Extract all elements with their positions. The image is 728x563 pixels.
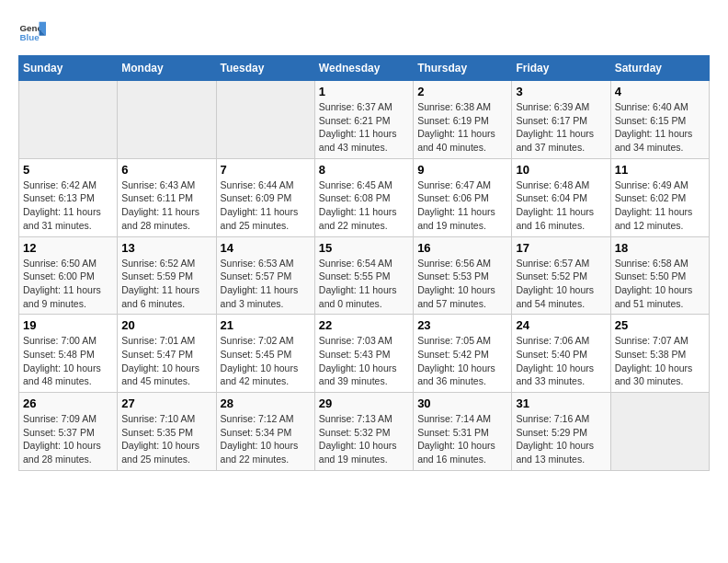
calendar-cell	[610, 393, 709, 471]
day-number: 10	[516, 163, 606, 177]
day-number: 24	[516, 318, 606, 332]
calendar-cell	[216, 81, 314, 159]
calendar-cell: 28Sunrise: 7:12 AM Sunset: 5:34 PM Dayli…	[216, 393, 314, 471]
calendar-cell: 17Sunrise: 6:57 AM Sunset: 5:52 PM Dayli…	[512, 236, 610, 315]
day-number: 12	[23, 241, 113, 255]
day-info: Sunrise: 7:14 AM Sunset: 5:31 PM Dayligh…	[417, 412, 507, 466]
calendar-cell: 26Sunrise: 7:09 AM Sunset: 5:37 PM Dayli…	[19, 393, 118, 471]
day-number: 23	[417, 318, 507, 332]
day-info: Sunrise: 6:49 AM Sunset: 6:02 PM Dayligh…	[615, 178, 705, 233]
calendar-cell: 30Sunrise: 7:14 AM Sunset: 5:31 PM Dayli…	[414, 393, 512, 471]
day-number: 18	[615, 241, 705, 255]
day-number: 15	[319, 241, 409, 255]
day-info: Sunrise: 7:13 AM Sunset: 5:32 PM Dayligh…	[319, 412, 409, 466]
svg-text:Blue: Blue	[20, 32, 40, 42]
day-number: 3	[516, 85, 606, 98]
calendar-cell	[19, 81, 118, 159]
day-info: Sunrise: 7:07 AM Sunset: 5:38 PM Dayligh…	[615, 334, 705, 388]
day-of-week-header: Monday	[118, 56, 216, 81]
calendar-week-row: 5Sunrise: 6:42 AM Sunset: 6:13 PM Daylig…	[19, 158, 710, 236]
day-number: 29	[319, 396, 409, 410]
day-info: Sunrise: 7:01 AM Sunset: 5:47 PM Dayligh…	[121, 334, 211, 388]
day-info: Sunrise: 6:50 AM Sunset: 6:00 PM Dayligh…	[23, 257, 113, 311]
calendar-cell: 3Sunrise: 6:39 AM Sunset: 6:17 PM Daylig…	[512, 81, 610, 159]
calendar-cell: 15Sunrise: 6:54 AM Sunset: 5:55 PM Dayli…	[314, 236, 413, 315]
day-number: 6	[121, 163, 211, 177]
calendar-cell: 4Sunrise: 6:40 AM Sunset: 6:15 PM Daylig…	[610, 81, 709, 159]
day-of-week-header: Tuesday	[216, 56, 314, 81]
day-info: Sunrise: 6:47 AM Sunset: 6:06 PM Dayligh…	[417, 178, 507, 233]
calendar-week-row: 19Sunrise: 7:00 AM Sunset: 5:48 PM Dayli…	[19, 315, 710, 393]
calendar-body: 1Sunrise: 6:37 AM Sunset: 6:21 PM Daylig…	[19, 81, 710, 471]
day-number: 31	[516, 396, 606, 410]
day-number: 30	[417, 396, 507, 410]
day-number: 20	[121, 318, 211, 332]
calendar-cell: 24Sunrise: 7:06 AM Sunset: 5:40 PM Dayli…	[512, 315, 610, 393]
day-info: Sunrise: 6:44 AM Sunset: 6:09 PM Dayligh…	[221, 178, 311, 233]
day-info: Sunrise: 6:45 AM Sunset: 6:08 PM Dayligh…	[319, 178, 409, 233]
day-info: Sunrise: 6:52 AM Sunset: 5:59 PM Dayligh…	[121, 257, 211, 311]
calendar-cell: 6Sunrise: 6:43 AM Sunset: 6:11 PM Daylig…	[118, 158, 216, 236]
day-info: Sunrise: 6:48 AM Sunset: 6:04 PM Dayligh…	[516, 178, 606, 233]
day-info: Sunrise: 6:38 AM Sunset: 6:19 PM Dayligh…	[417, 100, 507, 155]
day-number: 8	[319, 163, 409, 177]
calendar-cell: 21Sunrise: 7:02 AM Sunset: 5:45 PM Dayli…	[216, 315, 314, 393]
calendar-header: SundayMondayTuesdayWednesdayThursdayFrid…	[19, 56, 710, 81]
day-info: Sunrise: 6:57 AM Sunset: 5:52 PM Dayligh…	[516, 257, 606, 311]
day-number: 9	[417, 163, 507, 177]
header-row: SundayMondayTuesdayWednesdayThursdayFrid…	[19, 56, 710, 81]
calendar-cell: 22Sunrise: 7:03 AM Sunset: 5:43 PM Dayli…	[314, 315, 413, 393]
day-info: Sunrise: 7:12 AM Sunset: 5:34 PM Dayligh…	[221, 412, 311, 466]
calendar-cell: 5Sunrise: 6:42 AM Sunset: 6:13 PM Daylig…	[19, 158, 118, 236]
calendar-cell	[118, 81, 216, 159]
day-info: Sunrise: 6:54 AM Sunset: 5:55 PM Dayligh…	[319, 257, 409, 311]
day-number: 1	[319, 85, 409, 98]
day-info: Sunrise: 6:40 AM Sunset: 6:15 PM Dayligh…	[615, 100, 705, 155]
day-info: Sunrise: 6:56 AM Sunset: 5:53 PM Dayligh…	[417, 257, 507, 311]
day-info: Sunrise: 7:16 AM Sunset: 5:29 PM Dayligh…	[516, 412, 606, 466]
day-number: 2	[417, 85, 507, 98]
day-number: 28	[221, 396, 311, 410]
day-info: Sunrise: 7:03 AM Sunset: 5:43 PM Dayligh…	[319, 334, 409, 388]
day-number: 21	[221, 318, 311, 332]
day-info: Sunrise: 7:00 AM Sunset: 5:48 PM Dayligh…	[23, 334, 113, 388]
calendar-cell: 20Sunrise: 7:01 AM Sunset: 5:47 PM Dayli…	[118, 315, 216, 393]
day-info: Sunrise: 6:43 AM Sunset: 6:11 PM Dayligh…	[121, 178, 211, 233]
calendar-week-row: 26Sunrise: 7:09 AM Sunset: 5:37 PM Dayli…	[19, 393, 710, 471]
calendar-cell: 18Sunrise: 6:58 AM Sunset: 5:50 PM Dayli…	[610, 236, 709, 315]
day-of-week-header: Sunday	[19, 56, 118, 81]
day-number: 16	[417, 241, 507, 255]
day-number: 11	[615, 163, 705, 177]
day-number: 4	[615, 85, 705, 98]
day-of-week-header: Saturday	[610, 56, 709, 81]
calendar-cell: 27Sunrise: 7:10 AM Sunset: 5:35 PM Dayli…	[118, 393, 216, 471]
day-info: Sunrise: 7:02 AM Sunset: 5:45 PM Dayligh…	[221, 334, 311, 388]
calendar-cell: 1Sunrise: 6:37 AM Sunset: 6:21 PM Daylig…	[314, 81, 413, 159]
day-info: Sunrise: 6:37 AM Sunset: 6:21 PM Dayligh…	[319, 100, 409, 155]
day-info: Sunrise: 6:58 AM Sunset: 5:50 PM Dayligh…	[615, 257, 705, 311]
day-number: 26	[23, 396, 113, 410]
calendar-cell: 9Sunrise: 6:47 AM Sunset: 6:06 PM Daylig…	[414, 158, 512, 236]
calendar-cell: 29Sunrise: 7:13 AM Sunset: 5:32 PM Dayli…	[314, 393, 413, 471]
day-number: 13	[121, 241, 211, 255]
day-info: Sunrise: 7:09 AM Sunset: 5:37 PM Dayligh…	[23, 412, 113, 466]
calendar-cell: 25Sunrise: 7:07 AM Sunset: 5:38 PM Dayli…	[610, 315, 709, 393]
calendar-cell: 12Sunrise: 6:50 AM Sunset: 6:00 PM Dayli…	[19, 236, 118, 315]
day-number: 14	[221, 241, 311, 255]
logo: General Blue	[18, 18, 46, 46]
logo-icon: General Blue	[18, 18, 46, 46]
calendar-cell: 11Sunrise: 6:49 AM Sunset: 6:02 PM Dayli…	[610, 158, 709, 236]
calendar-cell: 31Sunrise: 7:16 AM Sunset: 5:29 PM Dayli…	[512, 393, 610, 471]
calendar-cell: 8Sunrise: 6:45 AM Sunset: 6:08 PM Daylig…	[314, 158, 413, 236]
day-of-week-header: Wednesday	[314, 56, 413, 81]
calendar-cell: 19Sunrise: 7:00 AM Sunset: 5:48 PM Dayli…	[19, 315, 118, 393]
day-number: 19	[23, 318, 113, 332]
calendar-cell: 7Sunrise: 6:44 AM Sunset: 6:09 PM Daylig…	[216, 158, 314, 236]
day-of-week-header: Thursday	[414, 56, 512, 81]
day-of-week-header: Friday	[512, 56, 610, 81]
day-number: 27	[121, 396, 211, 410]
day-info: Sunrise: 6:39 AM Sunset: 6:17 PM Dayligh…	[516, 100, 606, 155]
calendar-cell: 2Sunrise: 6:38 AM Sunset: 6:19 PM Daylig…	[414, 81, 512, 159]
day-number: 17	[516, 241, 606, 255]
day-info: Sunrise: 7:10 AM Sunset: 5:35 PM Dayligh…	[121, 412, 211, 466]
